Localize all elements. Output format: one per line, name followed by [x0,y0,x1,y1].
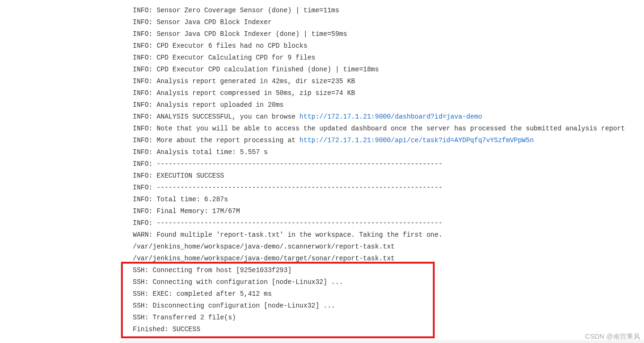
log-line: INFO: ----------------------------------… [133,158,631,170]
log-text: INFO: CPD Executor CPD calculation finis… [133,66,379,73]
log-line: INFO: ANALYSIS SUCCESSFUL, you can brows… [133,111,631,123]
log-line: INFO: Sensor Java CPD Block Indexer (don… [133,28,631,40]
log-text: INFO: Sensor Java CPD Block Indexer (don… [133,30,347,38]
log-line: INFO: Analysis report generated in 42ms,… [133,76,631,87]
log-text: /var/jenkins_home/workspace/java-demo/ta… [133,255,395,262]
log-text: WARN: Found multiple 'report-task.txt' i… [133,231,442,239]
log-line: /var/jenkins_home/workspace/java-demo/.s… [133,241,631,253]
log-text: INFO: ----------------------------------… [133,219,442,227]
log-text: Finished: SUCCESS [133,326,200,333]
log-line: Finished: SUCCESS [133,324,631,335]
log-text: INFO: More about the report processing a… [133,137,300,144]
log-text: SSH: Disconnecting configuration [node-L… [133,302,335,309]
log-text: INFO: Final Memory: 17M/67M [133,207,240,215]
log-text: INFO: Total time: 6.287s [133,196,228,203]
log-line: INFO: Analysis report compressed in 50ms… [133,87,631,99]
log-text: INFO: Analysis report compressed in 50ms… [133,89,355,97]
log-line: INFO: More about the report processing a… [133,135,631,146]
log-line: INFO: ----------------------------------… [133,182,631,194]
log-line: INFO: CPD Executor Calculating CPD for 9… [133,52,631,64]
sidebar [0,0,120,343]
log-line: INFO: Analysis report uploaded in 20ms [133,99,631,111]
log-text: INFO: ANALYSIS SUCCESSFUL, you can brows… [133,113,300,120]
log-text: INFO: Sensor Java CPD Block Indexer [133,18,272,26]
log-line: INFO: Sensor Zero Coverage Sensor (done)… [133,5,631,17]
log-text: INFO: EXECUTION SUCCESS [133,172,224,180]
log-text: /var/jenkins_home/workspace/java-demo/.s… [133,243,395,250]
log-line: SSH: Connecting from host [925e1033f293] [133,265,631,276]
log-line: /var/jenkins_home/workspace/java-demo/ta… [133,253,631,265]
log-line: INFO: EXECUTION SUCCESS [133,170,631,182]
log-line: INFO: Final Memory: 17M/67M [133,206,631,217]
log-text: INFO: ----------------------------------… [133,160,442,168]
log-line: INFO: ----------------------------------… [133,217,631,229]
log-line: SSH: Connecting with configuration [node… [133,276,631,288]
log-line: WARN: Found multiple 'report-task.txt' i… [133,229,631,241]
log-line: INFO: Total time: 6.287s [133,194,631,206]
log-text: SSH: Connecting from host [925e1033f293] [133,266,292,274]
log-line: SSH: EXEC: completed after 5,412 ms [133,288,631,300]
log-text: INFO: Analysis total time: 5.557 s [133,148,268,156]
log-text: INFO: Analysis report generated in 42ms,… [133,77,355,85]
log-line: INFO: Sensor Java CPD Block Indexer [133,17,631,28]
log-line: INFO: CPD Executor 6 files had no CPD bl… [133,40,631,52]
log-text: SSH: EXEC: completed after 5,412 ms [133,290,272,298]
log-line: INFO: Note that you will be able to acce… [133,123,631,135]
log-text: SSH: Connecting with configuration [node… [133,278,343,286]
log-link[interactable]: http://172.17.1.21:9000/dashboard?id=jav… [300,113,482,120]
log-line: SSH: Disconnecting configuration [node-L… [133,300,631,312]
log-text: INFO: CPD Executor Calculating CPD for 9… [133,54,315,61]
console-output[interactable]: INFO: Sensor Zero Coverage Sensor (done)… [120,0,644,340]
log-link[interactable]: http://172.17.1.21:9000/api/ce/task?id=A… [300,137,534,144]
log-line: INFO: Analysis total time: 5.557 s [133,146,631,158]
log-line: SSH: Transferred 2 file(s) [133,312,631,324]
log-text: INFO: Sensor Zero Coverage Sensor (done)… [133,7,339,14]
log-text: INFO: ----------------------------------… [133,184,442,191]
log-text: INFO: CPD Executor 6 files had no CPD bl… [133,42,308,50]
log-line: INFO: CPD Executor CPD calculation finis… [133,64,631,76]
watermark: CSDN @南宫乘风 [585,333,640,341]
log-text: INFO: Note that you will be able to acce… [133,125,625,132]
log-text: SSH: Transferred 2 file(s) [133,314,236,321]
log-text: INFO: Analysis report uploaded in 20ms [133,101,283,109]
